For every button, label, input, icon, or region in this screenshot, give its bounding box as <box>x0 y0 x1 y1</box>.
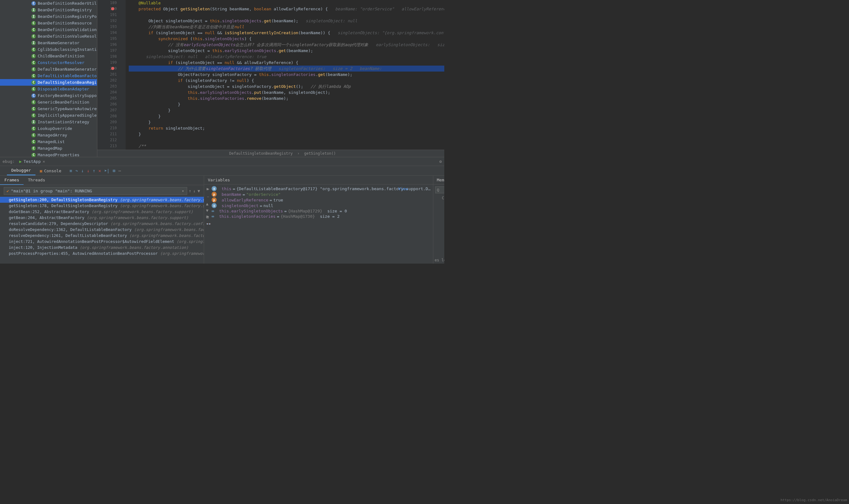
next-frame-icon[interactable]: ↓ <box>193 188 196 193</box>
tree-item[interactable]: CBeanDefinitionValidationExc <box>0 26 97 33</box>
line-gutter[interactable]: 1891901911921931941951961971981992002012… <box>97 0 126 150</box>
close-icon[interactable]: × <box>43 159 45 164</box>
call-stack[interactable]: getSingleton:200, DefaultSingletonBeanRe… <box>0 197 204 264</box>
tree-item[interactable]: CDefaultSingletonBeanRegistr <box>0 79 97 86</box>
tree-item-label: FactoryBeanRegistrySupport <box>38 93 97 98</box>
run-config-name: TestApp <box>23 159 41 164</box>
tree-item[interactable]: CDisposableBeanAdapter <box>0 86 97 92</box>
class-icon: C <box>31 153 36 157</box>
stack-frame[interactable]: inject:721, AutowiredAnnotationBeanPostP… <box>0 238 204 245</box>
step-into-icon[interactable]: ↓ <box>81 168 84 173</box>
new-watch-icon[interactable]: ＋ <box>206 186 211 192</box>
variable-row[interactable]: p allowEarlyReference = true <box>207 197 430 203</box>
tree-item[interactable]: IBeanDefinitionRegistry <box>0 6 97 13</box>
memory-title: Memory <box>433 176 444 184</box>
watch-glasses-icon[interactable]: 👓 <box>206 221 211 226</box>
tree-item-label: DisposableBeanAdapter <box>38 87 89 91</box>
breadcrumbs[interactable]: DefaultSingletonBeanRegistry › getSingle… <box>97 150 444 157</box>
view-link[interactable]: View <box>398 186 408 191</box>
tree-item[interactable]: CManagedMap <box>0 145 97 151</box>
tree-item-label: DefaultSingletonBeanRegistr <box>38 80 97 85</box>
drop-frame-icon[interactable]: ✕ <box>98 168 101 173</box>
tree-item[interactable]: CDefaultBeanNameGenerator <box>0 66 97 72</box>
project-tree[interactable]: CBeanDefinitionReaderUtilsIBeanDefinitio… <box>0 0 97 157</box>
class-icon: C <box>31 80 36 85</box>
variable-row[interactable]: ∞ this.earlySingletonObjects = {HashMap@… <box>207 209 430 214</box>
crumb-class[interactable]: DefaultSingletonBeanRegistry <box>229 151 293 156</box>
tree-item-label: InstantiationStrategy <box>38 120 89 124</box>
stack-frame[interactable]: postProcessProperties:455, AutowiredAnno… <box>0 250 204 256</box>
stack-frame[interactable]: doResolveDependency:1362, DefaultListabl… <box>0 227 204 233</box>
prev-frame-icon[interactable]: ↑ <box>189 188 192 193</box>
tree-item[interactable]: CManagedProperties <box>0 151 97 157</box>
thread-selector[interactable]: ✔ "main"@1 in group "main": RUNNING ▾ <box>4 187 187 195</box>
more-icon[interactable]: ⋯ <box>118 168 121 173</box>
tree-item-label: GenericTypeAwareAutowireC <box>38 106 97 111</box>
variable-row[interactable]: ▶≡ this = {DefaultListableBeanFactory@17… <box>207 186 430 192</box>
tree-item[interactable]: CImplicitlyAppearedSingletonE <box>0 112 97 119</box>
tree-item[interactable]: CManagedArray <box>0 132 97 138</box>
tree-item[interactable]: CChildBeanDefinition <box>0 53 97 59</box>
gear-icon[interactable]: ⚙ <box>439 159 442 164</box>
stack-frame[interactable]: getBean:204, AbstractBeanFactory (org.sp… <box>0 215 204 221</box>
stack-frame[interactable]: inject:120, InjectionMetadata (org.sprin… <box>0 245 204 250</box>
subtab-frames[interactable]: Frames <box>0 176 23 185</box>
tree-item[interactable]: CGenericBeanDefinition <box>0 99 97 105</box>
watch-up-icon[interactable]: ▲ <box>206 201 211 206</box>
eval-expr-icon[interactable]: ⊞ <box>113 168 115 173</box>
variable-row[interactable]: p beanName = "orderService" <box>207 192 430 197</box>
run-config-tab[interactable]: ▶ TestApp × <box>17 159 47 164</box>
variable-row[interactable]: ≡ singletonObject = null <box>207 203 430 209</box>
class-icon: C <box>31 21 36 25</box>
code-area[interactable]: @Nullable protected Object getSingleton(… <box>126 0 444 150</box>
watch-down-icon[interactable]: ▼ <box>206 208 211 213</box>
run-to-cursor-icon[interactable]: ➤| <box>104 168 110 173</box>
class-icon: C <box>31 87 36 91</box>
tab-debugger[interactable]: Debugger <box>7 166 35 176</box>
tree-item[interactable]: CBeanDefinitionValueResolver <box>0 33 97 39</box>
tree-item-label: BeanDefinitionRegistryPostP <box>38 14 97 19</box>
step-out-icon[interactable]: ↑ <box>93 168 95 173</box>
tree-item-label: DefaultListableBeanFactory <box>38 73 97 78</box>
stack-frame[interactable]: resolveDependency:1261, DefaultListableB… <box>0 233 204 238</box>
tree-item[interactable]: CCglibSubclassingInstantiationStrategy <box>0 46 97 53</box>
step-over-icon[interactable]: ↷ <box>75 168 78 173</box>
tree-item-label: ManagedMap <box>38 146 62 151</box>
tree-item[interactable]: CDefaultListableBeanFactory <box>0 72 97 79</box>
tab-console[interactable]: ▣ Console <box>35 167 66 175</box>
tree-item-label: BeanDefinitionReaderUtils <box>38 1 97 6</box>
memory-search[interactable]: Q <box>435 186 444 193</box>
class-icon: C <box>31 133 36 138</box>
filter-frames-icon[interactable]: ▼ <box>197 188 200 193</box>
tree-item-label: BeanNameGenerator <box>38 40 79 45</box>
stack-frame[interactable]: doGetBean:252, AbstractBeanFactory (org.… <box>0 209 204 215</box>
class-icon: I <box>31 41 36 45</box>
tree-item[interactable]: CFactoryBeanRegistrySupport <box>0 92 97 99</box>
tree-item[interactable]: CBeanDefinitionResource <box>0 20 97 26</box>
crumb-method[interactable]: getSingleton() <box>304 151 336 156</box>
remove-watch-icon[interactable]: － <box>206 194 211 200</box>
tree-item[interactable]: CManagedList <box>0 138 97 145</box>
chevron-down-icon[interactable]: ▾ <box>182 188 184 193</box>
tree-item[interactable]: CConstructorResolver <box>0 59 97 66</box>
tree-item[interactable]: CBeanDefinitionReaderUtils <box>0 0 97 6</box>
tree-item[interactable]: CGenericTypeAwareAutowireC <box>0 105 97 112</box>
class-icon: C <box>31 100 36 105</box>
class-icon: C <box>31 34 36 39</box>
copy-watch-icon[interactable]: ⧉ <box>206 215 211 220</box>
subtab-threads[interactable]: Threads <box>23 176 50 185</box>
tree-item[interactable]: IInstantiationStrategy <box>0 119 97 125</box>
stack-frame[interactable]: getSingleton:178, DefaultSingletonBeanRe… <box>0 203 204 209</box>
show-exec-point-icon[interactable]: ≡ <box>69 168 72 173</box>
tree-item[interactable]: IBeanDefinitionRegistryPostP <box>0 13 97 20</box>
class-icon: C <box>31 140 36 144</box>
force-step-into-icon[interactable]: ↓ <box>87 168 89 173</box>
variables-tree[interactable]: ▶≡ this = {DefaultListableBeanFactory@17… <box>204 184 433 264</box>
variable-row[interactable]: ▶∞ this.singletonFactories = {HashMap@17… <box>207 214 430 219</box>
check-icon: ✔ <box>6 188 9 193</box>
stack-frame[interactable]: resolveCandidate:279, DependencyDescript… <box>0 221 204 227</box>
tree-item[interactable]: CLookupOverride <box>0 125 97 132</box>
crumb-sep: › <box>295 151 304 156</box>
stack-frame[interactable]: getSingleton:200, DefaultSingletonBeanRe… <box>0 197 204 203</box>
tree-item[interactable]: IBeanNameGenerator <box>0 39 97 46</box>
